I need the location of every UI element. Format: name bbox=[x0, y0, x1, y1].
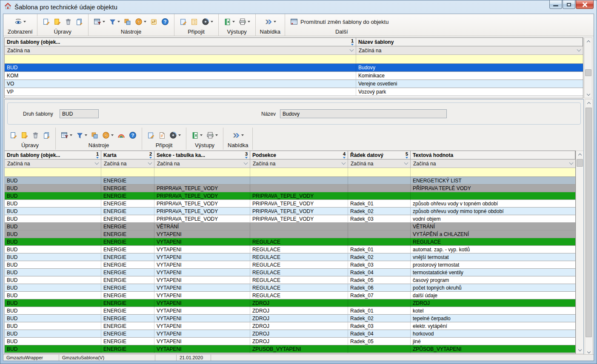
filter-button[interactable] bbox=[75, 131, 88, 139]
scroll-up-arrow[interactable] bbox=[576, 151, 583, 158]
scrollbar-thumb[interactable] bbox=[577, 159, 583, 167]
column-header[interactable]: Sekce - tabulka ka... 3 bbox=[154, 151, 250, 159]
table-row[interactable]: VP Vozový park bbox=[5, 88, 583, 96]
table-filter-button[interactable] bbox=[60, 131, 73, 139]
filter-operator-select[interactable]: Začíná na bbox=[356, 46, 583, 54]
filter-operator-select[interactable]: Začíná na bbox=[411, 159, 575, 168]
column-header[interactable]: Řádek datový 5 bbox=[348, 151, 411, 159]
menu-button[interactable] bbox=[231, 131, 245, 139]
scroll-up-arrow[interactable] bbox=[585, 100, 592, 106]
table-row[interactable]: BUD ENERGIE PRIPRAVA_TEPLE_VODY PRIPRAVA… bbox=[5, 200, 575, 208]
main-table-scrollbar[interactable] bbox=[576, 151, 584, 354]
table-row[interactable]: BUD ENERGIE VYTAPENI REGULACE Radek_06 p… bbox=[5, 284, 575, 292]
scrollbar-thumb[interactable] bbox=[586, 108, 592, 337]
table-filter-button[interactable] bbox=[93, 17, 106, 26]
document-button[interactable] bbox=[157, 131, 166, 139]
filter-input[interactable] bbox=[411, 168, 575, 176]
filter-input[interactable] bbox=[5, 168, 101, 176]
filter-input[interactable] bbox=[101, 168, 154, 176]
filter-operator-select[interactable]: Začíná na bbox=[348, 159, 411, 168]
rainbow-button[interactable] bbox=[117, 131, 126, 139]
media-button[interactable] bbox=[169, 131, 182, 139]
scroll-down-arrow[interactable] bbox=[585, 91, 592, 98]
column-header[interactable]: Druh šablony (objek... 1 bbox=[5, 38, 356, 46]
excel-export-button[interactable] bbox=[223, 18, 236, 26]
excel-export-button[interactable] bbox=[191, 131, 203, 139]
table-row[interactable]: BUD ENERGIE VYTAPENI ZPUSOB_VYTAPENI ZPŮ… bbox=[5, 345, 575, 353]
scroll-up-arrow[interactable] bbox=[585, 38, 592, 45]
table-row[interactable]: BUD ENERGIE VYTAPENI ZDROJ Radek_04 hork… bbox=[5, 330, 575, 338]
filter-input[interactable] bbox=[154, 168, 250, 176]
table-row[interactable]: BUD ENERGIE VYTAPENI REGULACE Radek_05 č… bbox=[5, 276, 575, 284]
apply-template-button[interactable]: Promítnutí změn šablony do objektu bbox=[289, 17, 389, 26]
table-row[interactable]: BUD ENERGIE VYTAPENI REGULACE Radek_04 t… bbox=[5, 269, 575, 276]
checklist-button[interactable] bbox=[190, 18, 199, 26]
table-row[interactable]: BUD ENERGIE ENERGETICKÝ LIST bbox=[5, 177, 575, 185]
scroll-down-arrow[interactable] bbox=[576, 347, 583, 353]
note-button[interactable] bbox=[179, 18, 188, 26]
table-row[interactable]: BUD ENERGIE VYTAPENI REGULACE Radek_07 d… bbox=[5, 292, 575, 299]
minimize-button[interactable] bbox=[549, 0, 562, 9]
table-row[interactable]: BUD ENERGIE VĚTRÁNÍ VĚTRÁNÍ bbox=[5, 223, 575, 230]
upper-table-scrollbar[interactable] bbox=[584, 37, 592, 98]
print-button[interactable] bbox=[238, 17, 251, 26]
filter-input[interactable] bbox=[5, 55, 356, 63]
table-row[interactable]: BUD Budovy bbox=[5, 64, 583, 72]
delete-record-button[interactable] bbox=[64, 18, 73, 26]
table-row[interactable]: KOM Kominikace bbox=[5, 72, 583, 80]
column-header[interactable]: Druh šablony (objek... 1 bbox=[5, 151, 101, 159]
table-row[interactable]: BUD ENERGIE PRIPRAVA_TEPLE_VODY PRIPRAVA… bbox=[5, 215, 575, 223]
column-header[interactable]: Textová hodnota bbox=[411, 151, 575, 159]
filter-operator-select[interactable]: Začíná na bbox=[101, 159, 154, 168]
new-record-button[interactable] bbox=[9, 131, 18, 139]
note-button[interactable] bbox=[146, 131, 155, 139]
scrollbar-thumb[interactable] bbox=[585, 69, 591, 76]
merge-button[interactable] bbox=[123, 18, 132, 26]
view-button[interactable] bbox=[14, 17, 27, 26]
column-header[interactable]: Název šablony bbox=[356, 38, 583, 46]
panel-scrollbar[interactable] bbox=[585, 99, 593, 356]
table-row[interactable]: BUD ENERGIE VYTAPENI ZDROJ Radek_03 elek… bbox=[5, 322, 575, 330]
merge-button[interactable] bbox=[90, 131, 99, 139]
copy-record-button[interactable] bbox=[75, 18, 84, 26]
title-bar[interactable]: Šablona pro technické údaje objektu bbox=[0, 0, 597, 14]
filter-operator-select[interactable]: Začíná na bbox=[250, 159, 348, 168]
compass-button[interactable] bbox=[134, 17, 147, 26]
delete-record-button[interactable] bbox=[31, 131, 40, 139]
help-button[interactable]: ? bbox=[128, 131, 137, 139]
table-row[interactable]: BUD ENERGIE VYTAPENI REGULACE Radek_01 a… bbox=[5, 246, 575, 253]
maximize-button[interactable] bbox=[563, 0, 575, 9]
filter-input[interactable] bbox=[356, 55, 583, 63]
table-row[interactable]: VO Verejne osvetleni bbox=[5, 80, 583, 88]
filter-operator-select[interactable]: Začíná na bbox=[5, 159, 101, 168]
edit-record-button[interactable] bbox=[20, 131, 29, 139]
filter-operator-select[interactable]: Začíná na bbox=[5, 46, 356, 54]
table-row[interactable]: BUD ENERGIE VYTAPENI ZDROJ Radek_02 tepe… bbox=[5, 315, 575, 322]
column-header[interactable]: Karta 2 bbox=[101, 151, 154, 159]
filter-button[interactable] bbox=[108, 18, 121, 26]
table-row[interactable]: BUD ENERGIE VYTAPENI ZDROJ Radek_01 kote… bbox=[5, 307, 575, 315]
column-header[interactable]: Podsekce 4 bbox=[250, 151, 348, 159]
menu-button[interactable] bbox=[263, 18, 277, 26]
compass-button[interactable] bbox=[101, 131, 114, 139]
table-row[interactable]: BUD ENERGIE PRIPRAVA_TEPLE_VODY PRIPRAVA… bbox=[5, 192, 575, 200]
close-button[interactable] bbox=[576, 0, 594, 9]
settings-button[interactable] bbox=[149, 18, 158, 26]
table-row[interactable]: BUD ENERGIE PRIPRAVA_TEPLE_VODY PŘÍPRAVA… bbox=[5, 185, 575, 192]
media-button[interactable] bbox=[201, 17, 214, 26]
edit-record-button[interactable] bbox=[53, 18, 62, 26]
filter-input[interactable] bbox=[250, 168, 348, 176]
table-row[interactable]: BUD ENERGIE VYTAPENI ZDROJ Radek_05 jiné bbox=[5, 338, 575, 345]
print-button[interactable] bbox=[206, 131, 219, 139]
filter-input[interactable] bbox=[348, 168, 411, 176]
table-row[interactable]: BUD ENERGIE VYTAPENI ZDROJ ZDROJ bbox=[5, 299, 575, 307]
druh-sablony-field[interactable]: BUD bbox=[60, 109, 99, 118]
filter-operator-select[interactable]: Začíná na bbox=[154, 159, 250, 168]
new-record-button[interactable] bbox=[42, 18, 51, 26]
table-row[interactable]: BUD ENERGIE VYTAPENI VYTÁPĚNÍ a CHLAZENÍ bbox=[5, 230, 575, 238]
copy-record-button[interactable] bbox=[42, 131, 51, 139]
help-button[interactable]: ? bbox=[160, 17, 170, 26]
nazev-field[interactable]: Budovy bbox=[280, 109, 447, 118]
table-row[interactable]: BUD ENERGIE VYTAPENI REGULACE Radek_02 v… bbox=[5, 253, 575, 261]
table-row[interactable]: BUD ENERGIE PRIPRAVA_TEPLE_VODY PRIPRAVA… bbox=[5, 208, 575, 215]
